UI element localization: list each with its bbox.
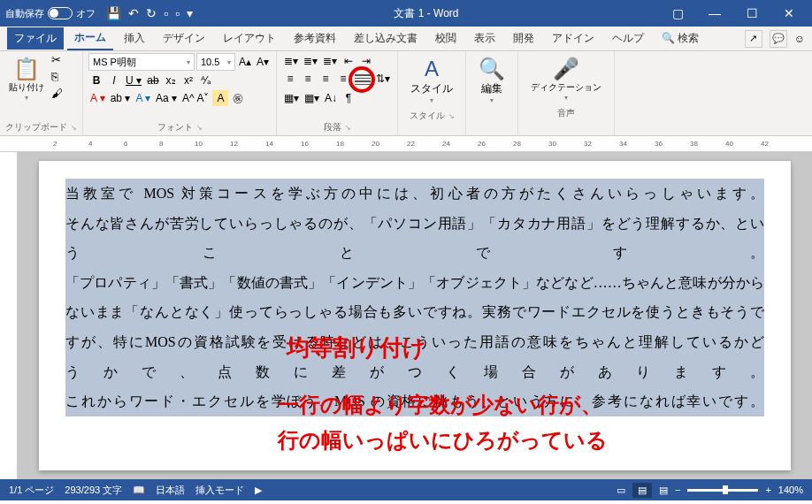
macro-icon[interactable]: ▶ xyxy=(255,485,262,496)
phonetic-button[interactable]: ᴬ⁄ₐ xyxy=(198,73,214,88)
font-color-button[interactable]: A ▾ xyxy=(88,90,107,106)
decrease-indent-button[interactable]: ⇤ xyxy=(341,53,356,69)
highlight-circle xyxy=(349,66,375,93)
clipboard-launcher[interactable]: ↘ xyxy=(71,124,77,132)
tab-view[interactable]: 表示 xyxy=(467,27,502,50)
char-scale-button[interactable]: A^ A˅ xyxy=(180,90,211,106)
group-voice-label: 音声 xyxy=(557,107,575,119)
increase-indent-button[interactable]: ⇥ xyxy=(358,53,374,69)
smiley-icon[interactable]: ☺ xyxy=(794,33,805,45)
print-layout-icon[interactable]: ▤ xyxy=(632,483,652,498)
bold-button[interactable]: B xyxy=(88,73,104,88)
page-count[interactable]: 1/1 ページ xyxy=(9,484,54,497)
save-icon[interactable]: 💾 xyxy=(106,6,121,20)
find-icon: 🔍 xyxy=(479,57,505,81)
align-left-button[interactable]: ≡ xyxy=(282,71,298,87)
font-size-select[interactable]: 10.5▾ xyxy=(196,53,235,71)
borders-button[interactable]: ▦▾ xyxy=(303,90,321,106)
web-layout-icon[interactable]: ▤ xyxy=(659,485,668,496)
tab-design[interactable]: デザイン xyxy=(156,27,212,50)
char-shading-button[interactable]: A xyxy=(212,90,228,106)
subscript-button[interactable]: x₂ xyxy=(163,73,179,88)
distribute-button[interactable] xyxy=(353,71,372,88)
word-count[interactable]: 293/293 文字 xyxy=(65,484,122,497)
undo-icon[interactable]: ↶ xyxy=(128,6,139,20)
bullets-button[interactable]: ≣▾ xyxy=(282,53,300,69)
shading-button[interactable]: ▦▾ xyxy=(282,90,301,106)
multilevel-button[interactable]: ≣▾ xyxy=(321,53,339,69)
styles-button[interactable]: A スタイル ▾ xyxy=(403,53,460,108)
italic-button[interactable]: I xyxy=(106,73,122,88)
document-text[interactable]: 当教室で MOS 対策コースを学ぶ方の中には、初心者の方がたくさんいらっしゃいま… xyxy=(65,179,764,416)
redo-icon[interactable]: ↻ xyxy=(146,6,157,20)
text-effects-button[interactable]: A ▾ xyxy=(134,90,152,106)
ribbon-options-icon[interactable]: ▢ xyxy=(660,6,695,20)
spellcheck-icon[interactable]: 📖 xyxy=(133,485,145,496)
tab-mailings[interactable]: 差し込み文書 xyxy=(347,27,425,50)
tab-addin[interactable]: アドイン xyxy=(545,27,601,50)
tab-search[interactable]: 🔍 検索 xyxy=(655,27,706,50)
copy-icon[interactable]: ⎘ xyxy=(51,70,63,83)
tab-layout[interactable]: レイアウト xyxy=(216,27,283,50)
sort-button[interactable]: A↓ xyxy=(323,90,339,106)
editing-button[interactable]: 🔍 編集 ▾ xyxy=(471,53,512,108)
line-spacing-button[interactable]: ⇅▾ xyxy=(374,71,392,87)
tab-file[interactable]: ファイル xyxy=(7,27,64,50)
strike-button[interactable]: ab xyxy=(145,73,161,88)
styles-icon: A xyxy=(425,57,439,81)
group-clipboard-label: クリップボード xyxy=(5,121,67,134)
insert-mode[interactable]: 挿入モード xyxy=(195,484,244,497)
styles-launcher[interactable]: ↘ xyxy=(448,112,455,120)
format-painter-icon[interactable]: 🖌 xyxy=(51,87,63,100)
minimize-icon[interactable]: — xyxy=(697,6,732,20)
zoom-level[interactable]: 140% xyxy=(778,485,803,495)
qat-icon[interactable]: ▫ xyxy=(164,6,168,20)
tab-review[interactable]: 校閲 xyxy=(428,27,463,50)
autosave-label: 自動保存 xyxy=(5,7,44,20)
zoom-out-button[interactable]: − xyxy=(675,485,680,495)
highlight-button[interactable]: ab ▾ xyxy=(109,90,133,106)
vertical-ruler[interactable] xyxy=(0,152,18,479)
align-center-button[interactable]: ≡ xyxy=(300,71,316,87)
underline-button[interactable]: U ▾ xyxy=(124,73,143,88)
autosave-toggle[interactable] xyxy=(48,7,73,19)
tab-help[interactable]: ヘルプ xyxy=(605,27,651,50)
close-icon[interactable]: ✕ xyxy=(771,6,807,20)
zoom-in-button[interactable]: + xyxy=(765,485,770,495)
tab-home[interactable]: ホーム xyxy=(67,27,113,50)
zoom-slider[interactable] xyxy=(687,489,758,492)
qat-icon2[interactable]: ▫ xyxy=(175,6,180,20)
group-styles-label: スタイル xyxy=(410,110,445,122)
superscript-button[interactable]: x² xyxy=(180,73,196,88)
paragraph-launcher[interactable]: ↘ xyxy=(345,124,351,132)
dictation-button[interactable]: 🎤 ディクテーション ▾ xyxy=(524,53,609,105)
font-name-select[interactable]: MS P明朝▾ xyxy=(88,53,195,71)
enclose-char-button[interactable]: ㊑ xyxy=(230,90,246,106)
font-launcher[interactable]: ↘ xyxy=(196,124,203,132)
tab-references[interactable]: 参考資料 xyxy=(287,27,343,50)
tab-insert[interactable]: 挿入 xyxy=(117,27,152,50)
grow-font-icon[interactable]: A▴ xyxy=(237,54,253,70)
group-paragraph-label: 段落 xyxy=(324,121,341,134)
cut-icon[interactable]: ✂ xyxy=(51,53,63,66)
window-title: 文書 1 - Word xyxy=(193,6,660,21)
show-marks-button[interactable]: ¶ xyxy=(341,90,356,106)
qat-dropdown-icon[interactable]: ▾ xyxy=(187,6,193,20)
align-right-button[interactable]: ≡ xyxy=(318,71,333,87)
language[interactable]: 日本語 xyxy=(156,484,185,497)
numbering-button[interactable]: ≣▾ xyxy=(302,53,319,69)
group-font-label: フォント xyxy=(157,121,193,134)
share-icon[interactable]: ↗ xyxy=(745,30,762,48)
paste-button[interactable]: 📋 貼り付け ▾ xyxy=(5,53,48,119)
align-justify-button[interactable]: ≡ xyxy=(335,71,351,87)
tab-developer[interactable]: 開発 xyxy=(506,27,541,50)
shrink-font-icon[interactable]: A▾ xyxy=(255,54,271,70)
annotation-line2: 行の幅いっぱいにひろがっている xyxy=(278,426,608,454)
read-mode-icon[interactable]: ▭ xyxy=(617,485,625,496)
horizontal-ruler[interactable]: 2 4 6 8 10 12 14 16 18 20 22 24 26 28 30… xyxy=(0,136,812,152)
comments-icon[interactable]: 💬 xyxy=(770,30,787,48)
document-page[interactable]: 当教室で MOS 対策コースを学ぶ方の中には、初心者の方がたくさんいらっしゃいま… xyxy=(39,161,791,470)
autosave-state: オフ xyxy=(76,7,96,20)
maximize-icon[interactable]: ☐ xyxy=(734,6,770,20)
change-case-button[interactable]: Aa ▾ xyxy=(154,90,179,106)
